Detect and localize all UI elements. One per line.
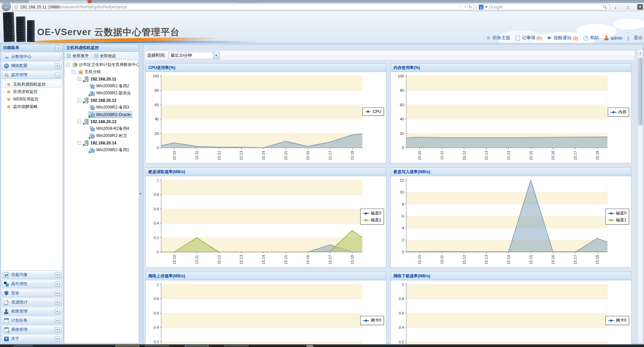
taskbar-button[interactable] bbox=[145, 345, 169, 347]
tree-node[interactable]: -Win2008R2-Oracle bbox=[64, 111, 139, 118]
logout-link[interactable]: 退出 bbox=[634, 35, 643, 41]
taskbar-button[interactable] bbox=[224, 345, 249, 347]
time-range-select[interactable]: 最近10分钟 ▼ bbox=[168, 52, 220, 59]
bookmark-star-icon[interactable]: ☆ bbox=[458, 4, 462, 10]
search-input[interactable]: Google bbox=[489, 5, 601, 9]
sidebar-subitem-monitor-alert-policy[interactable]: 监控提醒策略 bbox=[2, 103, 62, 110]
sidebar-collapse-button[interactable]: « bbox=[56, 45, 61, 50]
expand-toggle-button[interactable]: - bbox=[55, 72, 60, 77]
tree-node-body[interactable]: 主机分组 bbox=[77, 68, 103, 75]
sidebar-item-system-management[interactable]: 系统管理+ bbox=[2, 325, 62, 334]
tree-node[interactable]: -192.168.20.14 bbox=[64, 139, 139, 146]
sidebar-item-load-balance[interactable]: 负载均衡+ bbox=[2, 271, 62, 279]
tree-expander-icon[interactable]: - bbox=[78, 98, 81, 102]
help-link[interactable]: 帮助 bbox=[583, 35, 599, 41]
legend-item[interactable]: 内存 bbox=[610, 109, 626, 115]
sidebar-subitem-host-vm-monitor[interactable]: 主机和虚拟机监控 bbox=[2, 80, 62, 88]
legend-item[interactable]: 磁盘0 bbox=[608, 210, 626, 216]
taskbar-button[interactable] bbox=[14, 345, 33, 347]
admin-link[interactable]: admin bbox=[604, 35, 622, 41]
scroll-up-arrow[interactable]: ▲ bbox=[638, 50, 643, 56]
notifications-link[interactable]: 提醒通知(3) bbox=[547, 35, 578, 41]
expand-toggle-button[interactable]: + bbox=[55, 281, 60, 286]
tree-node[interactable]: -Win2008R2-村卫 bbox=[64, 132, 139, 139]
tree-node-body[interactable]: 192.168.20.13 bbox=[83, 118, 118, 125]
sidebar-item-resource-stats[interactable]: 资源统计+ bbox=[2, 298, 62, 306]
sidebar-subitem-app-process-monitor[interactable]: 应用进程监控 bbox=[2, 88, 62, 95]
url-dropdown-icon[interactable]: ▼ bbox=[464, 5, 467, 8]
sidebar-item-monitoring[interactable]: 监控管理- bbox=[2, 71, 62, 79]
theme-switch-link[interactable]: 切换主题 bbox=[486, 35, 510, 41]
reload-icon[interactable]: ↻ bbox=[469, 4, 472, 9]
expand-toggle-button[interactable]: + bbox=[55, 318, 60, 323]
tree-node[interactable]: -Win2008R2-备用1 bbox=[64, 146, 139, 154]
taskbar-button[interactable] bbox=[306, 345, 313, 347]
tree-node-body[interactable]: Win2008R2-村卫 bbox=[88, 132, 129, 139]
tree-node[interactable]: -Win2008R2-新农合 bbox=[64, 90, 139, 97]
sidebar-item-security[interactable]: 安全+ bbox=[2, 289, 62, 297]
expand-toggle-button[interactable]: + bbox=[55, 63, 60, 68]
expand-toggle-button[interactable]: + bbox=[55, 336, 60, 341]
panel-splitter[interactable] bbox=[140, 44, 142, 344]
tree-node-body[interactable]: Win2008R2-备用2 bbox=[88, 83, 131, 90]
sidebar-item-about[interactable]: 关于+ bbox=[2, 334, 62, 343]
tree-node[interactable]: -Win2008R2-备用3 bbox=[64, 104, 139, 111]
tree-expander-icon[interactable]: - bbox=[78, 77, 81, 81]
legend-item[interactable]: CPU bbox=[365, 109, 381, 114]
search-engine-dropdown-icon[interactable]: ▼ bbox=[485, 5, 488, 8]
browser-tab-active[interactable] bbox=[29, 0, 87, 3]
tree-node-body[interactable]: 192.168.20.14 bbox=[83, 140, 118, 146]
browser-tab-inactive[interactable] bbox=[237, 0, 259, 3]
tree-node-body[interactable]: 192.168.20.12 bbox=[83, 97, 118, 104]
expand-toggle-button[interactable]: + bbox=[55, 309, 60, 314]
expand-toggle-button[interactable]: + bbox=[55, 272, 60, 277]
tree-node[interactable]: -192.168.20.11 bbox=[64, 75, 139, 83]
tree-node[interactable]: -沙市区卫生和计划生育局数据中心 bbox=[64, 61, 139, 68]
tree-node[interactable]: -Win2008-R2备用4 bbox=[64, 125, 139, 132]
tree-expander-icon[interactable]: - bbox=[78, 120, 81, 123]
tree-expander-icon[interactable]: - bbox=[72, 70, 76, 74]
url-text[interactable]: 192.168.20.11:19888/vserver/#!/fmPolicy/… bbox=[20, 5, 456, 9]
tree-expander-icon[interactable]: - bbox=[78, 141, 81, 145]
tree-node-body[interactable]: 沙市区卫生和计划生育局数据中心 bbox=[71, 61, 139, 68]
tree-node[interactable]: -192.168.20.12 bbox=[64, 97, 139, 104]
legend-item[interactable]: 磁盘1 bbox=[363, 217, 381, 223]
legend-item[interactable]: 磁盘1 bbox=[608, 217, 626, 223]
sidebar-item-scheduled-tasks[interactable]: 计划任务+ bbox=[2, 316, 62, 325]
tree-expander-icon[interactable]: - bbox=[66, 63, 70, 67]
expand-toggle-button[interactable]: + bbox=[55, 300, 60, 305]
sidebar-subitem-web-app-monitor[interactable]: WEB应用监控 bbox=[2, 95, 62, 103]
sidebar-item-network-config[interactable]: 网络配置+ bbox=[2, 62, 62, 70]
home-icon[interactable]: ⌂ bbox=[624, 4, 631, 10]
scrollbar-thumb[interactable] bbox=[638, 58, 642, 125]
url-bar[interactable]: 192.168.20.11:19888/vserver/#!/fmPolicy/… bbox=[12, 4, 474, 10]
back-button[interactable]: ← bbox=[2, 2, 11, 11]
chevron-down-icon[interactable]: ▼ bbox=[213, 52, 219, 59]
sidebar-item-cloud-datacenter[interactable]: 云数据中心 bbox=[2, 52, 62, 61]
download-icon[interactable]: ↓ bbox=[612, 4, 619, 10]
tree-node-body[interactable]: Win2008R2-备用1 bbox=[88, 146, 131, 154]
google-logo-icon[interactable]: g bbox=[479, 5, 484, 9]
vertical-scrollbar[interactable]: ▲ bbox=[637, 50, 643, 343]
search-icon[interactable] bbox=[602, 4, 607, 9]
sidebar-item-high-availability[interactable]: 高可用性+ bbox=[2, 280, 62, 288]
legend-item[interactable]: 网卡0 bbox=[363, 318, 381, 323]
windows-taskbar[interactable] bbox=[0, 344, 644, 347]
tree-node-body[interactable]: Win2008R2-新农合 bbox=[88, 90, 133, 97]
tree-node-body[interactable]: Win2008R2-备用3 bbox=[88, 104, 131, 111]
tree-node[interactable]: -Win2008R2-备用2 bbox=[64, 83, 139, 90]
expand-all-button[interactable]: 全部展开 bbox=[66, 53, 89, 59]
tree-node[interactable]: -主机分组 bbox=[64, 68, 139, 75]
taskbar-button[interactable] bbox=[185, 345, 209, 347]
tree-node-body[interactable]: 192.168.20.11 bbox=[83, 76, 118, 83]
legend-item[interactable]: 磁盘0 bbox=[363, 210, 381, 216]
bookmarks-icon[interactable]: ★ bbox=[637, 4, 643, 10]
expand-toggle-button[interactable]: + bbox=[55, 291, 60, 296]
tree-node-body[interactable]: Win2008R2-Oracle bbox=[88, 111, 132, 118]
notebook-link[interactable]: 记事簿(0) bbox=[515, 35, 542, 41]
tree-node[interactable]: -192.168.20.13 bbox=[64, 118, 139, 125]
expand-toggle-button[interactable]: + bbox=[55, 327, 60, 332]
sidebar-item-permissions[interactable]: 权限管理+ bbox=[2, 307, 62, 316]
collapse-all-button[interactable]: 全部收起 bbox=[94, 53, 116, 59]
legend-item[interactable]: 网卡0 bbox=[608, 318, 626, 323]
